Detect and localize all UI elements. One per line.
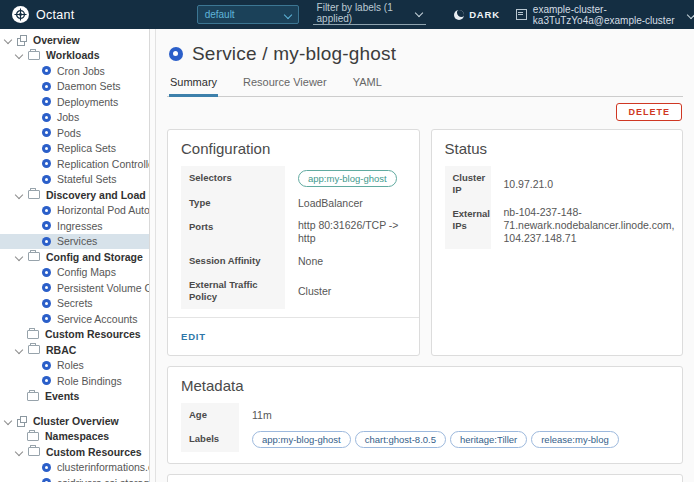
sidebar-item-ingresses[interactable]: Ingresses xyxy=(0,218,149,234)
summary-cards-row: Configuration Selectors app:my-blog-ghos… xyxy=(167,129,683,356)
sidebar-item-csidrivers-csi-storage-k8s-io[interactable]: csidrivers.csi.storage.k8s.io xyxy=(0,475,149,482)
status-key-cluster-ip: Cluster IP xyxy=(445,166,491,202)
chevron-down-icon xyxy=(283,10,291,18)
config-value-session-affinity: None xyxy=(285,249,406,273)
chevron-down-icon[interactable] xyxy=(15,51,23,59)
sidebar-item-replica-sets[interactable]: Replica Sets xyxy=(0,141,149,157)
resource-icon xyxy=(42,361,51,370)
resource-icon xyxy=(42,82,51,91)
sidebar-navigation: OverviewWorkloadsCron JobsDaemon SetsDep… xyxy=(0,29,150,482)
helm-wheel-icon xyxy=(12,6,29,23)
sidebar-item-label: Pods xyxy=(57,127,81,139)
chevron-down-icon[interactable] xyxy=(15,448,23,456)
folder-icon xyxy=(28,190,40,199)
status-title: Status xyxy=(445,140,670,157)
objects-icon xyxy=(17,416,27,426)
sidebar-item-label: Overview xyxy=(33,34,80,46)
sidebar-item-roles[interactable]: Roles xyxy=(0,358,149,374)
status-table: Cluster IP 10.97.21.0 External IPs nb-10… xyxy=(445,166,670,249)
sidebar-item-pods[interactable]: Pods xyxy=(0,125,149,141)
sidebar-item-stateful-sets[interactable]: Stateful Sets xyxy=(0,172,149,188)
edit-link[interactable]: EDIT xyxy=(181,331,206,342)
chevron-down-icon[interactable] xyxy=(15,346,23,354)
sidebar-item-rbac[interactable]: RBAC xyxy=(0,342,149,358)
sidebar-item-jobs[interactable]: Jobs xyxy=(0,110,149,126)
label-chip[interactable]: heritage:Tiller xyxy=(450,431,527,448)
metadata-value-age: 11m xyxy=(239,403,669,427)
config-value-selectors: app:my-blog-ghost xyxy=(285,166,406,191)
sidebar-item-label: Role Bindings xyxy=(57,375,122,387)
main-content: Service / my-blog-ghost Summary Resource… xyxy=(156,29,694,482)
resource-icon xyxy=(42,376,51,385)
namespace-selector[interactable]: default xyxy=(197,5,299,24)
chevron-down-icon xyxy=(415,9,423,17)
app-header: Octant default Filter by labels (1 appli… xyxy=(0,0,694,29)
chevron-down-icon[interactable] xyxy=(15,253,23,261)
app-title: Octant xyxy=(36,8,75,22)
tab-resource-viewer[interactable]: Resource Viewer xyxy=(242,76,328,96)
sidebar-item-events[interactable]: Events xyxy=(0,389,149,405)
label-chip[interactable]: app:my-blog-ghost xyxy=(252,431,351,448)
resource-icon xyxy=(42,299,51,308)
theme-toggle[interactable]: DARK xyxy=(454,9,500,20)
sidebar-item-label: Custom Resources xyxy=(46,446,142,458)
folder-icon xyxy=(27,432,39,441)
status-value-cluster-ip: 10.97.21.0 xyxy=(491,166,670,202)
folder-icon xyxy=(28,447,40,456)
tab-yaml[interactable]: YAML xyxy=(352,76,383,96)
sidebar-item-cron-jobs[interactable]: Cron Jobs xyxy=(0,63,149,79)
status-key-external-ips: External IPs xyxy=(445,202,491,249)
sidebar-item-horizontal-pod-autoscalers[interactable]: Horizontal Pod Autoscalers xyxy=(0,203,149,219)
sidebar-item-deployments[interactable]: Deployments xyxy=(0,94,149,110)
sidebar-item-config-maps[interactable]: Config Maps xyxy=(0,265,149,281)
sidebar-item-label: Secrets xyxy=(57,297,93,309)
sidebar-item-overview[interactable]: Overview xyxy=(0,32,149,48)
sidebar-item-label: Ingresses xyxy=(57,220,103,232)
sidebar-item-label: Services xyxy=(57,235,97,247)
sidebar-item-service-accounts[interactable]: Service Accounts xyxy=(0,311,149,327)
folder-icon xyxy=(28,51,40,60)
config-key-selectors: Selectors xyxy=(181,166,285,191)
sidebar-item-role-bindings[interactable]: Role Bindings xyxy=(0,373,149,389)
chevron-down-icon[interactable] xyxy=(15,191,23,199)
octant-logo[interactable]: Octant xyxy=(0,6,85,23)
sidebar-item-replication-controllers[interactable]: Replication Controllers xyxy=(0,156,149,172)
context-selector[interactable]: example-cluster-ka3TuTzYo4a@example-clus… xyxy=(516,4,694,26)
sidebar-item-services[interactable]: Services xyxy=(0,234,149,250)
sidebar-item-discovery-and-load-balancing[interactable]: Discovery and Load Balancing xyxy=(0,187,149,203)
selector-chip[interactable]: app:my-blog-ghost xyxy=(298,170,397,187)
resource-icon xyxy=(42,478,51,482)
label-chip[interactable]: release:my-blog xyxy=(531,431,619,448)
sidebar-item-custom-resources[interactable]: Custom Resources xyxy=(0,444,149,460)
status-value-external-ips: nb-104-237-148-71.newark.nodebalancer.li… xyxy=(491,202,670,249)
label-filter-input[interactable]: Filter by labels (1 applied) xyxy=(313,5,427,25)
config-value-ports: http 80:31626/TCP -> http xyxy=(285,215,406,249)
sidebar-item-cluster-overview[interactable]: Cluster Overview xyxy=(0,413,149,429)
folder-icon xyxy=(27,330,39,339)
metadata-card: Metadata Age 11m Labels app:my-blog-ghos… xyxy=(167,366,683,464)
tab-summary[interactable]: Summary xyxy=(169,76,218,97)
delete-button[interactable]: DELETE xyxy=(616,103,682,121)
chevron-down-icon[interactable] xyxy=(4,36,12,44)
sidebar-item-custom-resources[interactable]: Custom Resources xyxy=(0,327,149,343)
sidebar-item-workloads[interactable]: Workloads xyxy=(0,48,149,64)
sidebar-item-secrets[interactable]: Secrets xyxy=(0,296,149,312)
sidebar-item-label: Custom Resources xyxy=(45,328,141,340)
status-card: Status Cluster IP 10.97.21.0 External IP… xyxy=(431,129,684,356)
resource-icon xyxy=(42,463,51,472)
sidebar-item-clusterinformations-crd-projec[interactable]: clusterinformations.crd.projec xyxy=(0,460,149,476)
folder-icon xyxy=(28,252,40,261)
sidebar-item-namespaces[interactable]: Namespaces xyxy=(0,429,149,445)
configuration-footer: EDIT xyxy=(168,317,419,344)
sidebar-item-label: csidrivers.csi.storage.k8s.io xyxy=(57,477,149,482)
moon-icon xyxy=(454,10,464,20)
sidebar-item-persistent-volume-claims[interactable]: Persistent Volume Claims xyxy=(0,280,149,296)
sidebar-item-daemon-sets[interactable]: Daemon Sets xyxy=(0,79,149,95)
sidebar-item-config-and-storage[interactable]: Config and Storage xyxy=(0,249,149,265)
resource-icon xyxy=(42,159,51,168)
resource-icon xyxy=(42,66,51,75)
chevron-down-icon[interactable] xyxy=(4,417,12,425)
config-key-type: Type xyxy=(181,191,285,215)
sidebar-item-label: Cluster Overview xyxy=(33,415,119,427)
label-chip[interactable]: chart:ghost-8.0.5 xyxy=(355,431,446,448)
